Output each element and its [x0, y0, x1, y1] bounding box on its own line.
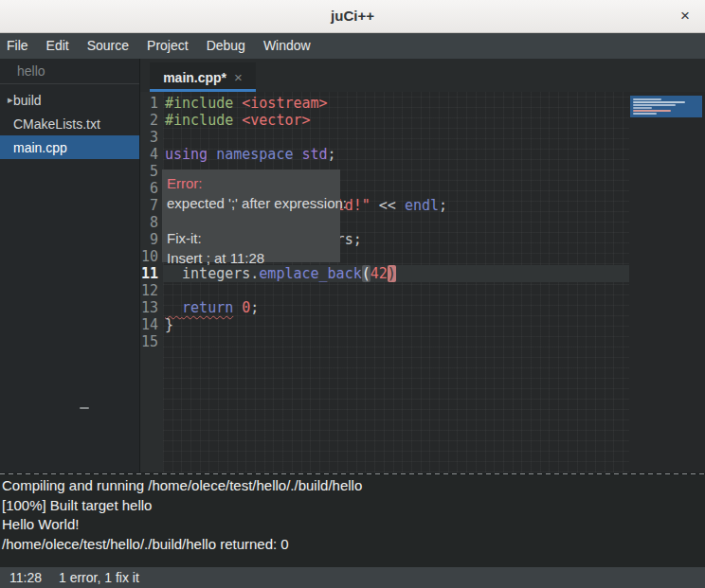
minimap-code-bar — [633, 107, 652, 109]
sidebar-item-build[interactable]: ▸build — [0, 88, 139, 112]
tab-label: main.cpp* — [163, 70, 226, 85]
line-number-9[interactable]: 9 — [140, 231, 158, 248]
menu-item-window[interactable]: Window — [262, 33, 312, 59]
menu-bar: FileEditSourceProjectDebugWindow — [0, 33, 705, 59]
terminal-line-1: Compiling and running /home/olece/test/h… — [2, 476, 705, 496]
minimap-code-bar — [633, 101, 685, 103]
file-tree: ▸buildCMakeLists.txtmain.cpp — [0, 84, 139, 159]
line-number-6[interactable]: 6 — [140, 180, 158, 197]
line-number-1[interactable]: 1 — [140, 95, 158, 112]
minimap-code-bar — [633, 98, 661, 100]
minimap-view[interactable] — [630, 96, 702, 117]
sidebar-item-cmakelists-txt[interactable]: CMakeLists.txt — [0, 112, 139, 135]
sidebar-item-main-cpp[interactable]: main.cpp — [0, 135, 139, 159]
cursor-position: 11:28 — [9, 570, 42, 585]
code-area[interactable]: #include <iostream>#include <vector>usin… — [163, 92, 629, 472]
tree-item-label: main.cpp — [13, 140, 67, 155]
code-line-15[interactable] — [163, 333, 629, 350]
minimap-scrollbar[interactable] — [629, 92, 705, 472]
code-editor: 123456789101112131415 #include <iostream… — [140, 92, 705, 472]
code-line-2[interactable]: #include <vector> — [163, 112, 629, 129]
expander-icon[interactable]: ▸ — [0, 94, 13, 106]
line-number-11[interactable]: 11 — [140, 265, 158, 282]
tree-item-label: CMakeLists.txt — [13, 116, 100, 132]
menu-item-source[interactable]: Source — [86, 33, 130, 59]
tree-item-label: build — [13, 93, 42, 108]
terminal-output: Compiling and running /home/olece/test/h… — [2, 476, 705, 554]
tooltip-fixit-message: Insert ; at 11:28 — [167, 248, 340, 268]
tab-bar: main.cpp* × — [140, 59, 705, 92]
terminal-line-2: [100%] Built target hello — [2, 496, 705, 516]
minimap-code-bar — [633, 110, 671, 112]
line-number-12[interactable]: 12 — [140, 282, 158, 299]
line-number-2[interactable]: 2 — [140, 112, 158, 129]
line-number-8[interactable]: 8 — [140, 214, 158, 231]
code-line-13[interactable]: return 0; — [163, 299, 629, 316]
code-line-14[interactable]: } — [163, 316, 629, 333]
gutter[interactable]: 123456789101112131415 — [140, 92, 163, 472]
tab-main-cpp[interactable]: main.cpp* × — [150, 62, 256, 92]
sidebar: hello ▸buildCMakeLists.txtmain.cpp — [0, 59, 140, 472]
menu-item-debug[interactable]: Debug — [206, 33, 246, 59]
line-number-5[interactable]: 5 — [140, 163, 158, 180]
line-number-13[interactable]: 13 — [140, 299, 158, 316]
tooltip-error-message: expected ';' after expression: — [167, 193, 340, 213]
menu-item-file[interactable]: File — [6, 33, 29, 59]
line-number-3[interactable]: 3 — [140, 129, 158, 146]
line-number-4[interactable]: 4 — [140, 146, 158, 163]
menu-item-edit[interactable]: Edit — [45, 33, 70, 59]
code-line-3[interactable] — [163, 129, 629, 146]
code-line-1[interactable]: #include <iostream> — [163, 95, 629, 112]
tooltip-fixit-label: Fix-it: — [167, 228, 340, 248]
terminal-line-3: Hello World! — [2, 515, 705, 535]
minimap-code-bar — [633, 104, 676, 106]
terminal-panel[interactable]: Compiling and running /home/olece/test/h… — [0, 475, 705, 567]
line-number-7[interactable]: 7 — [140, 197, 158, 214]
code-line-12[interactable] — [163, 282, 629, 299]
status-bar: 11:28 1 error, 1 fix it — [0, 567, 705, 588]
close-icon[interactable]: × — [673, 0, 697, 32]
minimap-code-bar — [633, 113, 657, 115]
window-titlebar: juCi++ × — [0, 0, 705, 33]
diagnostic-tooltip: Error: expected ';' after expression: Fi… — [162, 169, 340, 262]
code-line-4[interactable]: using namespace std; — [163, 146, 629, 163]
line-number-10[interactable]: 10 — [140, 248, 158, 265]
line-number-15[interactable]: 15 — [140, 333, 158, 350]
terminal-line-4: /home/olece/test/hello/./build/hello ret… — [2, 535, 705, 555]
project-name: hello — [0, 59, 139, 84]
tooltip-error-label: Error: — [167, 173, 340, 193]
line-number-14[interactable]: 14 — [140, 316, 158, 333]
tab-close-icon[interactable]: × — [234, 69, 243, 85]
jucipp-window: juCi++ × FileEditSourceProjectDebugWindo… — [0, 0, 705, 588]
window-title: juCi++ — [0, 0, 705, 32]
pane-resize-handle[interactable] — [80, 407, 89, 409]
diagnostics-count: 1 error, 1 fix it — [59, 570, 139, 585]
tooltip-spacer — [167, 213, 340, 228]
menu-item-project[interactable]: Project — [146, 33, 190, 59]
